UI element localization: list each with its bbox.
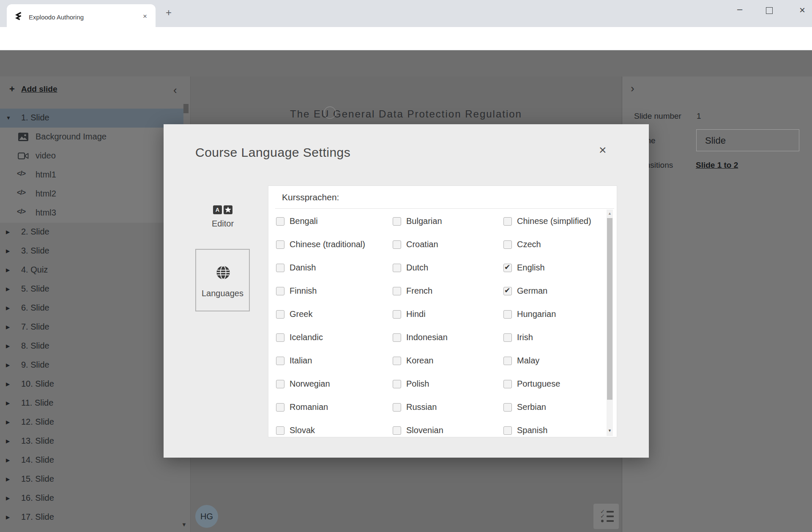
checkbox[interactable]: ✔ (393, 217, 401, 226)
checklist-button[interactable]: ✓ ✓ (593, 504, 619, 529)
slide-child-background-image[interactable]: Background Image (0, 128, 183, 147)
sidebar-item-slide-6[interactable]: ▶6. Slide (0, 299, 183, 318)
checkbox[interactable]: ✔ (393, 380, 401, 388)
language-option[interactable]: ✔Bulgarian (393, 216, 442, 226)
modal-scrollbar[interactable]: ▲ ▼ (607, 210, 613, 436)
caret-right-icon[interactable]: ▶ (6, 362, 10, 368)
slide-child-html1[interactable]: </> html1 (0, 166, 183, 185)
sidebar-item-slide-7[interactable]: ▶7. Slide (0, 318, 183, 337)
checkbox[interactable]: ✔ (276, 357, 284, 365)
slide-name-input[interactable]: Slide (696, 129, 799, 151)
language-option[interactable]: ✔Hungarian (503, 309, 556, 319)
modal-close-icon[interactable]: × (599, 143, 607, 157)
sidebar-scrollbar-thumb[interactable] (183, 104, 189, 113)
language-option[interactable]: ✔Norwegian (276, 379, 330, 389)
caret-right-icon[interactable]: ▶ (6, 476, 10, 482)
language-option[interactable]: ✔Romanian (276, 402, 328, 412)
sidebar-item-slide-3[interactable]: ▶3. Slide (0, 242, 183, 261)
language-option[interactable]: ✔Malay (503, 356, 539, 366)
caret-right-icon[interactable]: ▶ (6, 324, 10, 330)
checkbox[interactable]: ✔ (276, 426, 284, 435)
language-option[interactable]: ✔Irish (503, 333, 533, 342)
window-minimize-button[interactable]: – (730, 3, 749, 18)
checkbox[interactable]: ✔ (503, 380, 512, 388)
sidebar-item-slide-2[interactable]: ▶2. Slide (0, 223, 183, 242)
checkbox[interactable]: ✔ (503, 357, 512, 365)
caret-right-icon[interactable]: ▶ (6, 305, 10, 311)
caret-right-icon[interactable]: ▶ (6, 229, 10, 235)
caret-right-icon[interactable]: ▶ (6, 514, 10, 520)
sidebar-item-slide-11[interactable]: ▶11. Slide (0, 394, 183, 413)
checkbox[interactable]: ✔ (393, 357, 401, 365)
language-option[interactable]: ✔Greek (276, 309, 312, 319)
language-option[interactable]: ✔Slovenian (393, 426, 443, 435)
scrollbar-thumb[interactable] (607, 218, 612, 400)
checkbox[interactable]: ✔ (276, 380, 284, 388)
language-option[interactable]: ✔Spanish (503, 426, 547, 435)
language-option[interactable]: ✔French (393, 286, 432, 296)
user-avatar[interactable]: HG (195, 505, 218, 528)
scroll-up-icon[interactable]: ▲ (608, 211, 612, 216)
caret-right-icon[interactable]: ▶ (6, 457, 10, 463)
scroll-down-icon[interactable]: ▼ (608, 428, 612, 433)
sidebar-collapse-icon[interactable]: ‹ (173, 84, 177, 97)
language-option[interactable]: ✔Italian (276, 356, 312, 366)
transitions-link[interactable]: Slide 1 to 2 (696, 161, 738, 170)
browser-tab[interactable]: Exploodo Authoring × (7, 4, 156, 27)
language-option[interactable]: ✔Serbian (503, 402, 546, 412)
language-option[interactable]: ✔English (503, 263, 545, 273)
languages-tab-button[interactable]: Languages (195, 249, 250, 311)
language-option[interactable]: ✔Danish (276, 263, 316, 273)
checkbox[interactable]: ✔ (503, 240, 512, 249)
language-option[interactable]: ✔Slovak (276, 426, 315, 435)
sidebar-item-slide-8[interactable]: ▶8. Slide (0, 337, 183, 356)
language-option[interactable]: ✔Indonesian (393, 333, 448, 342)
checkbox[interactable]: ✔ (393, 310, 401, 319)
caret-right-icon[interactable]: ▶ (6, 248, 10, 254)
caret-right-icon[interactable]: ▶ (6, 495, 10, 501)
checkbox[interactable]: ✔ (393, 426, 401, 435)
checkbox[interactable]: ✔ (276, 240, 284, 249)
language-option[interactable]: ✔Russian (393, 402, 437, 412)
checkbox[interactable]: ✔ (393, 403, 401, 412)
caret-right-icon[interactable]: ▶ (6, 381, 10, 387)
checkbox[interactable]: ✔ (276, 310, 284, 319)
caret-right-icon[interactable]: ▶ (6, 343, 10, 349)
language-option[interactable]: ✔German (503, 286, 547, 296)
language-option[interactable]: ✔Korean (393, 356, 434, 366)
sidebar-item-slide-15[interactable]: ▶15. Slide (0, 470, 183, 489)
checkbox[interactable]: ✔ (503, 426, 512, 435)
caret-right-icon[interactable]: ▶ (6, 438, 10, 444)
checkbox[interactable]: ✔ (276, 287, 284, 295)
sidebar-item-slide-12[interactable]: ▶12. Slide (0, 413, 183, 432)
checkbox[interactable]: ✔ (503, 403, 512, 412)
language-option[interactable]: ✔Finnish (276, 286, 317, 296)
caret-right-icon[interactable]: ▶ (6, 267, 10, 273)
checkbox[interactable]: ✔ (276, 403, 284, 412)
sidebar-item-slide-10[interactable]: ▶10. Slide (0, 375, 183, 394)
language-option[interactable]: ✔Portuguese (503, 379, 560, 389)
editor-tab-button[interactable]: A Editor (195, 203, 250, 232)
caret-right-icon[interactable]: ▶ (6, 419, 10, 425)
language-option[interactable]: ✔Croatian (393, 240, 438, 249)
sidebar-item-slide-1[interactable]: ▼ 1. Slide (0, 109, 183, 128)
sidebar-item-slide-9[interactable]: ▶9. Slide (0, 356, 183, 375)
checkbox[interactable]: ✔ (393, 333, 401, 342)
checkbox[interactable]: ✔ (393, 287, 401, 295)
language-option[interactable]: ✔Dutch (393, 263, 428, 273)
sidebar-item-slide-13[interactable]: ▶13. Slide (0, 432, 183, 451)
sidebar-item-slide-17[interactable]: ▶17. Slide (0, 508, 183, 527)
slide-child-html2[interactable]: </> html2 (0, 185, 183, 204)
slide-child-html3[interactable]: </> html3 (0, 204, 183, 223)
language-option[interactable]: ✔Polish (393, 379, 429, 389)
sidebar-item-quiz-4[interactable]: ▶4. Quiz (0, 261, 183, 280)
language-option[interactable]: ✔Icelandic (276, 333, 323, 342)
checkbox[interactable]: ✔ (393, 264, 401, 272)
checkbox[interactable]: ✔ (503, 217, 512, 226)
window-close-button[interactable]: × (793, 3, 812, 17)
new-tab-button[interactable]: + (166, 7, 172, 19)
tab-close-icon[interactable]: × (143, 12, 147, 21)
checkbox[interactable]: ✔ (276, 333, 284, 342)
panel-expand-icon[interactable]: › (631, 82, 634, 95)
checkbox[interactable]: ✔ (276, 264, 284, 272)
